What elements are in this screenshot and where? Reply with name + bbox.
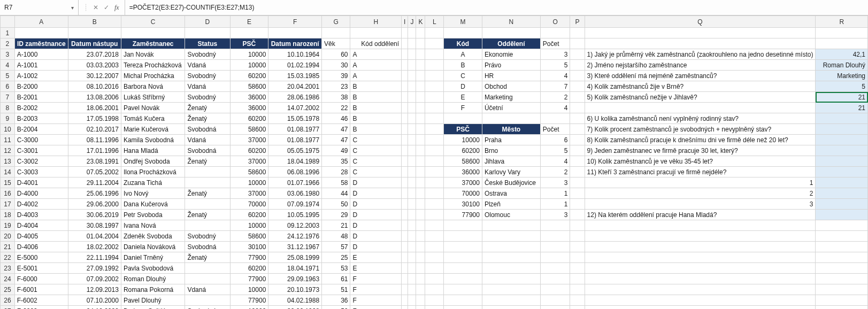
cell-H25[interactable]: F: [350, 284, 402, 295]
cell-M19[interactable]: [444, 220, 482, 231]
cell-N2[interactable]: Oddělení: [482, 38, 540, 49]
cell-Q19[interactable]: [585, 220, 816, 231]
cell-P2[interactable]: [570, 38, 585, 49]
cell-A2[interactable]: ID zaměstnance: [14, 38, 68, 49]
cell-I21[interactable]: [402, 242, 408, 252]
cell-Q24[interactable]: [585, 274, 816, 284]
cell-A6[interactable]: B-2000: [14, 81, 68, 92]
cell-N12[interactable]: Brno: [482, 145, 540, 156]
cell-F3[interactable]: 10.10.1964: [268, 49, 322, 60]
cell-R5[interactable]: Marketing: [816, 71, 868, 81]
cell-P17[interactable]: [570, 199, 585, 210]
cell-R7[interactable]: 21: [816, 92, 868, 103]
cell-M10[interactable]: PSČ: [444, 124, 482, 135]
cell-G10[interactable]: 47: [322, 124, 350, 135]
cell-N10[interactable]: Město: [482, 124, 540, 135]
cell-F24[interactable]: 29.09.1963: [268, 274, 322, 284]
cell-H18[interactable]: D: [350, 210, 402, 220]
cell-N24[interactable]: [482, 274, 540, 284]
cell-I25[interactable]: [402, 284, 408, 295]
cell-N22[interactable]: [482, 252, 540, 263]
cell-K16[interactable]: [416, 188, 425, 199]
cell-H20[interactable]: D: [350, 231, 402, 242]
cell-M9[interactable]: [444, 113, 482, 124]
cell-E16[interactable]: 37000: [230, 188, 268, 199]
row-header-1[interactable]: 1: [1, 28, 15, 38]
name-box[interactable]: R7 ▾: [0, 0, 79, 15]
cell-B4[interactable]: 03.03.2003: [68, 60, 121, 71]
cell-R11[interactable]: [816, 135, 868, 145]
col-header-Q[interactable]: Q: [585, 16, 816, 28]
col-header-C[interactable]: C: [121, 16, 185, 28]
cell-Q8[interactable]: [585, 103, 816, 113]
cell-G25[interactable]: 51: [322, 284, 350, 295]
cell-M1[interactable]: [444, 28, 482, 38]
cell-I7[interactable]: [402, 92, 408, 103]
cell-E17[interactable]: 70000: [230, 199, 268, 210]
col-header-B[interactable]: B: [68, 16, 121, 28]
cell-C13[interactable]: Ondřej Svoboda: [121, 156, 185, 167]
row-header-6[interactable]: 6: [1, 81, 15, 92]
col-header-I[interactable]: I: [402, 16, 408, 28]
cell-B2[interactable]: Datum nástupu: [68, 38, 121, 49]
cell-O7[interactable]: 2: [540, 92, 570, 103]
cell-L16[interactable]: [425, 188, 444, 199]
cell-F15[interactable]: 01.07.1966: [268, 177, 322, 188]
cell-O26[interactable]: [540, 295, 570, 306]
cell-H8[interactable]: B: [350, 103, 402, 113]
cell-K12[interactable]: [416, 145, 425, 156]
cell-C5[interactable]: Michal Procházka: [121, 71, 185, 81]
cell-I8[interactable]: [402, 103, 408, 113]
cell-F25[interactable]: 20.10.1973: [268, 284, 322, 295]
cell-G27[interactable]: 56: [322, 306, 350, 310]
cell-A23[interactable]: E-5001: [14, 263, 68, 274]
cell-E22[interactable]: 77900: [230, 252, 268, 263]
cell-R16[interactable]: [816, 188, 868, 199]
cell-D16[interactable]: Ženatý: [185, 188, 230, 199]
cell-A4[interactable]: A-1001: [14, 60, 68, 71]
cell-D19[interactable]: [185, 220, 230, 231]
cell-L23[interactable]: [425, 263, 444, 274]
cell-A11[interactable]: C-3000: [14, 135, 68, 145]
cell-I3[interactable]: [402, 49, 408, 60]
cell-M8[interactable]: F: [444, 103, 482, 113]
cell-D9[interactable]: Ženatý: [185, 113, 230, 124]
cell-F14[interactable]: 06.08.1996: [268, 167, 322, 177]
cell-B6[interactable]: 08.10.2016: [68, 81, 121, 92]
cell-K22[interactable]: [416, 252, 425, 263]
cell-Q14[interactable]: 11) Kteří 3 zaměstnanci pracují ve firmě…: [585, 167, 816, 177]
cell-O13[interactable]: 4: [540, 156, 570, 167]
cell-F9[interactable]: 15.05.1978: [268, 113, 322, 124]
col-header-K[interactable]: K: [416, 16, 425, 28]
cell-Q9[interactable]: 6) U kolika zaměstnanců není vyplněný ro…: [585, 113, 816, 124]
row-header-5[interactable]: 5: [1, 71, 15, 81]
cell-G4[interactable]: 30: [322, 60, 350, 71]
cell-R1[interactable]: [816, 28, 868, 38]
cell-J10[interactable]: [408, 124, 416, 135]
cell-I24[interactable]: [402, 274, 408, 284]
cell-A25[interactable]: F-6001: [14, 284, 68, 295]
cell-Q6[interactable]: 4) Kolik zaměstnanců žije v Brně?: [585, 81, 816, 92]
row-header-24[interactable]: 24: [1, 274, 15, 284]
cancel-icon[interactable]: ✕: [93, 4, 98, 11]
cell-O10[interactable]: Počet: [540, 124, 570, 135]
cell-E10[interactable]: 58600: [230, 124, 268, 135]
cell-O15[interactable]: 3: [540, 177, 570, 188]
cell-H17[interactable]: D: [350, 199, 402, 210]
cell-K18[interactable]: [416, 210, 425, 220]
cell-J7[interactable]: [408, 92, 416, 103]
cell-C15[interactable]: Zuzana Tichá: [121, 177, 185, 188]
cell-L13[interactable]: [425, 156, 444, 167]
cell-Q15[interactable]: 1: [585, 177, 816, 188]
cell-N11[interactable]: Praha: [482, 135, 540, 145]
cell-N16[interactable]: Ostrava: [482, 188, 540, 199]
cell-O9[interactable]: [540, 113, 570, 124]
cell-M21[interactable]: [444, 242, 482, 252]
cell-A1[interactable]: [14, 28, 68, 38]
cell-I4[interactable]: [402, 60, 408, 71]
cell-J13[interactable]: [408, 156, 416, 167]
cell-J2[interactable]: [408, 38, 416, 49]
cell-C21[interactable]: Daniela Nováková: [121, 242, 185, 252]
cell-K5[interactable]: [416, 71, 425, 81]
cell-R14[interactable]: [816, 167, 868, 177]
